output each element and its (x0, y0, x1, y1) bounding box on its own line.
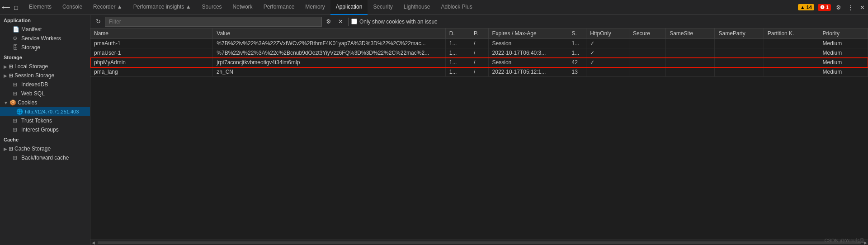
tab-network[interactable]: Network (227, 0, 258, 15)
filter-options-button[interactable]: ⚙ (324, 17, 334, 27)
tab-adblock[interactable]: Adblock Plus (435, 0, 477, 15)
cell-samesite (666, 39, 715, 48)
cell-name: phpMyAdmin (90, 58, 213, 67)
col-header-expires[interactable]: Expires / Max-Age (488, 28, 568, 39)
manifest-icon: 📄 (13, 26, 19, 33)
col-header-path[interactable]: P. (470, 28, 488, 39)
web-sql-icon: ⊞ (13, 90, 19, 97)
col-header-partitionkey[interactable]: Partition K. (764, 28, 819, 39)
cookies-table: Name Value D. P. Expires / Max-Age S. Ht… (90, 28, 868, 77)
tab-performance-insights[interactable]: Performance insights ▲ (128, 0, 197, 15)
sidebar-item-web-sql[interactable]: ⊞ Web SQL (0, 89, 90, 98)
storage-icon: 🗄 (13, 44, 19, 51)
tab-lighthouse[interactable]: Lighthouse (398, 0, 436, 15)
close-icon[interactable]: ✕ (858, 3, 866, 11)
cell-sameparty (715, 48, 764, 58)
col-header-sameparty[interactable]: SameParty (715, 28, 764, 39)
section-application: Application (0, 15, 90, 25)
devtools-icon2[interactable]: ◻ (12, 3, 20, 11)
filter-input[interactable] (105, 17, 322, 27)
watermark: CSDN @Yolo出品 (825, 237, 864, 244)
cell-domain: 1... (445, 48, 470, 58)
only-issues-checkbox[interactable] (351, 19, 357, 24)
cell-expires: 2022-10-17T05:12:1... (488, 67, 568, 77)
tab-console[interactable]: Console (57, 0, 88, 15)
scroll-left-button[interactable]: ◀ (90, 240, 96, 245)
cell-partitionkey (764, 58, 819, 67)
sidebar-item-cache-storage[interactable]: ▶ ⊞ Cache Storage (0, 144, 90, 153)
more-icon[interactable]: ⋮ (846, 3, 854, 11)
settings-icon[interactable]: ⚙ (835, 3, 843, 11)
clear-filter-button[interactable]: ✕ (335, 17, 345, 27)
web-sql-label: Web SQL (21, 90, 45, 97)
table-row[interactable]: pmaUser-1%7B%22iv%22%3A%22c%2Bcnub9dOezt… (90, 48, 868, 58)
devtools-icon1[interactable]: ⟵ (2, 3, 10, 11)
col-header-name[interactable]: Name (90, 28, 213, 39)
tab-recorder[interactable]: Recorder ▲ (88, 0, 128, 15)
cell-priority: Medium (819, 48, 868, 58)
cell-httponly: ✓ (586, 39, 629, 48)
col-header-domain[interactable]: D. (445, 28, 470, 39)
expand-arrow-cookies: ▼ (4, 100, 8, 105)
col-header-value[interactable]: Value (213, 28, 445, 39)
table-row[interactable]: pma_langzh_CN1.../2022-10-17T05:12:1...1… (90, 67, 868, 77)
cell-priority: Medium (819, 58, 868, 67)
cell-sameparty (715, 39, 764, 48)
cell-samesite (666, 67, 715, 77)
sidebar-item-session-storage[interactable]: ▶ ⊞ Session Storage (0, 71, 90, 80)
tab-performance[interactable]: Performance (258, 0, 300, 15)
cell-value: zh_CN (213, 67, 445, 77)
sidebar-item-cookies-url[interactable]: 🌐 http://124.70.71.251:403 (0, 107, 90, 116)
content-area: ↻ ⚙ ✕ Only show cookies with an issue Na… (90, 15, 868, 245)
cell-path: / (470, 67, 488, 77)
sidebar-item-interest-groups[interactable]: ⊞ Interest Groups (0, 125, 90, 134)
table-row[interactable]: phpMyAdminjrpt7aconcjtkvbmeotigv4t34im6m… (90, 58, 868, 67)
horizontal-scrollbar[interactable] (98, 241, 861, 244)
tab-application[interactable]: Application (330, 0, 368, 15)
tab-sources[interactable]: Sources (197, 0, 227, 15)
trust-tokens-label: Trust Tokens (21, 118, 52, 124)
cell-secure (629, 48, 665, 58)
cell-value: %7B%22iv%22%3A%22ZVxfWCv2%2BthmF4K01yap7… (213, 39, 445, 48)
sidebar-item-trust-tokens[interactable]: ⊞ Trust Tokens (0, 116, 90, 125)
cell-partitionkey (764, 48, 819, 58)
table-row[interactable]: pmaAuth-1%7B%22iv%22%3A%22ZVxfWCv2%2Bthm… (90, 39, 868, 48)
interest-groups-label: Interest Groups (21, 127, 59, 133)
cell-partitionkey (764, 39, 819, 48)
sidebar-item-manifest[interactable]: 📄 Manifest (0, 25, 90, 34)
cell-domain: 1... (445, 67, 470, 77)
refresh-button[interactable]: ↻ (93, 17, 103, 27)
sidebar-item-service-workers[interactable]: ⚙ Service Workers (0, 34, 90, 43)
cell-name: pma_lang (90, 67, 213, 77)
col-header-size[interactable]: S. (568, 28, 586, 39)
cookies-icon: 🍪 (9, 99, 16, 106)
tab-bar: ⟵ ◻ Elements Console Recorder ▲ Performa… (0, 0, 868, 15)
tab-elements[interactable]: Elements (24, 0, 57, 15)
tab-memory[interactable]: Memory (300, 0, 330, 15)
session-storage-label: Session Storage (14, 72, 54, 79)
only-issues-label[interactable]: Only show cookies with an issue (351, 19, 438, 25)
cell-samesite (666, 48, 715, 58)
back-forward-label: Back/forward cache (21, 155, 69, 161)
local-storage-icon: ⊞ (9, 63, 13, 70)
toolbar: ↻ ⚙ ✕ Only show cookies with an issue (90, 15, 868, 28)
cache-storage-icon: ⊞ (9, 146, 13, 152)
service-workers-label: Service Workers (21, 35, 61, 42)
error-badge[interactable]: ❶ 1 (818, 4, 831, 11)
sidebar-item-cookies[interactable]: ▼ 🍪 Cookies (0, 98, 90, 107)
sidebar-item-back-forward-cache[interactable]: ⊞ Back/forward cache (0, 153, 90, 162)
sidebar-item-local-storage[interactable]: ▶ ⊞ Local Storage (0, 62, 90, 71)
cell-path: / (470, 58, 488, 67)
col-header-secure[interactable]: Secure (629, 28, 665, 39)
warning-badge[interactable]: ▲ 14 (798, 4, 814, 10)
cell-samesite (666, 58, 715, 67)
tab-security[interactable]: Security (368, 0, 398, 15)
col-header-httponly[interactable]: HttpOnly (586, 28, 629, 39)
col-header-priority[interactable]: Priority (819, 28, 868, 39)
sidebar-item-indexeddb[interactable]: ⊞ IndexedDB (0, 80, 90, 89)
sidebar-item-storage[interactable]: 🗄 Storage (0, 43, 90, 52)
cell-partitionkey (764, 67, 819, 77)
cell-expires: Session (488, 39, 568, 48)
cookies-url-label: http://124.70.71.251:403 (25, 109, 79, 114)
col-header-samesite[interactable]: SameSite (666, 28, 715, 39)
